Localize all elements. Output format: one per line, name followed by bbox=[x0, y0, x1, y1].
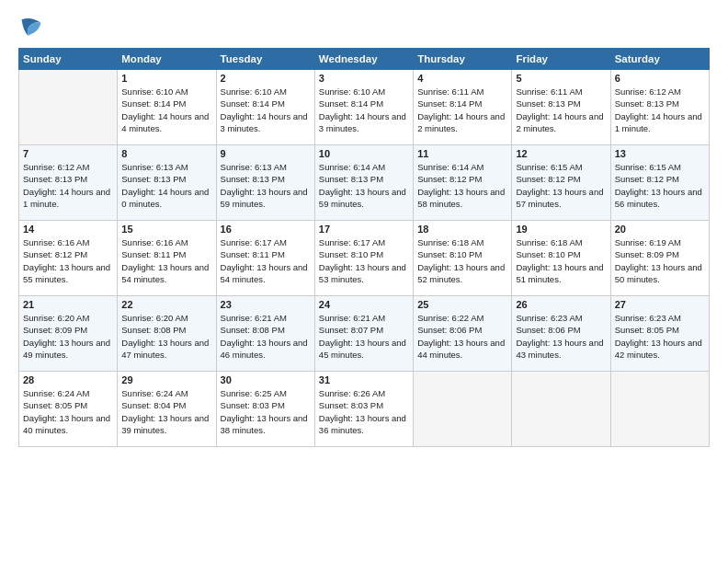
calendar-cell: 6 Sunrise: 6:12 AM Sunset: 8:13 PM Dayli… bbox=[610, 70, 709, 145]
calendar-cell: 2 Sunrise: 6:10 AM Sunset: 8:14 PM Dayli… bbox=[216, 70, 314, 145]
sunset-text: Sunset: 8:13 PM bbox=[23, 173, 113, 185]
sunset-text: Sunset: 8:12 PM bbox=[417, 173, 507, 185]
sunset-text: Sunset: 8:13 PM bbox=[516, 98, 606, 109]
daylight-text: Daylight: 14 hours and 2 minutes. bbox=[417, 110, 507, 135]
calendar-cell: 20 Sunrise: 6:19 AM Sunset: 8:09 PM Dayl… bbox=[610, 221, 709, 296]
sunset-text: Sunset: 8:03 PM bbox=[319, 399, 409, 411]
calendar-week-row: 7 Sunrise: 6:12 AM Sunset: 8:13 PM Dayli… bbox=[19, 145, 710, 221]
day-number: 16 bbox=[221, 224, 311, 235]
daylight-text: Daylight: 13 hours and 54 minutes. bbox=[221, 261, 311, 286]
calendar-cell: 10 Sunrise: 6:14 AM Sunset: 8:13 PM Dayl… bbox=[314, 145, 413, 221]
calendar-cell: 19 Sunrise: 6:18 AM Sunset: 8:10 PM Dayl… bbox=[512, 221, 610, 296]
sunset-text: Sunset: 8:06 PM bbox=[516, 324, 606, 336]
sunset-text: Sunset: 8:11 PM bbox=[121, 248, 211, 260]
calendar-cell: 1 Sunrise: 6:10 AM Sunset: 8:14 PM Dayli… bbox=[118, 70, 216, 145]
daylight-text: Daylight: 13 hours and 38 minutes. bbox=[221, 412, 311, 437]
sunrise-text: Sunrise: 6:16 AM bbox=[23, 236, 113, 248]
sunrise-text: Sunrise: 6:14 AM bbox=[319, 161, 409, 173]
weekday-header: Saturday bbox=[610, 49, 709, 70]
sunrise-text: Sunrise: 6:15 AM bbox=[516, 161, 606, 173]
sunset-text: Sunset: 8:05 PM bbox=[23, 399, 113, 411]
daylight-text: Daylight: 14 hours and 0 minutes. bbox=[121, 186, 211, 211]
day-number: 6 bbox=[615, 73, 705, 84]
sunrise-text: Sunrise: 6:26 AM bbox=[319, 387, 409, 399]
daylight-text: Daylight: 14 hours and 1 minute. bbox=[615, 110, 705, 135]
sunset-text: Sunset: 8:12 PM bbox=[23, 248, 113, 260]
sunset-text: Sunset: 8:12 PM bbox=[615, 173, 705, 185]
day-number: 13 bbox=[615, 148, 705, 159]
sunrise-text: Sunrise: 6:20 AM bbox=[121, 312, 211, 324]
calendar-cell: 13 Sunrise: 6:15 AM Sunset: 8:12 PM Dayl… bbox=[610, 145, 709, 221]
sunrise-text: Sunrise: 6:21 AM bbox=[319, 312, 409, 324]
calendar-cell: 25 Sunrise: 6:22 AM Sunset: 8:06 PM Dayl… bbox=[414, 296, 512, 372]
sunrise-text: Sunrise: 6:11 AM bbox=[417, 86, 507, 98]
sunset-text: Sunset: 8:04 PM bbox=[121, 399, 211, 411]
calendar-cell: 28 Sunrise: 6:24 AM Sunset: 8:05 PM Dayl… bbox=[19, 372, 118, 447]
calendar-table: SundayMondayTuesdayWednesdayThursdayFrid… bbox=[18, 48, 710, 447]
day-number: 22 bbox=[121, 299, 211, 310]
daylight-text: Daylight: 13 hours and 49 minutes. bbox=[23, 337, 113, 362]
calendar-cell: 29 Sunrise: 6:24 AM Sunset: 8:04 PM Dayl… bbox=[118, 372, 216, 447]
sunrise-text: Sunrise: 6:21 AM bbox=[221, 312, 311, 324]
daylight-text: Daylight: 13 hours and 51 minutes. bbox=[516, 261, 606, 286]
sunrise-text: Sunrise: 6:24 AM bbox=[121, 387, 211, 399]
sunset-text: Sunset: 8:05 PM bbox=[615, 324, 705, 336]
calendar-cell: 22 Sunrise: 6:20 AM Sunset: 8:08 PM Dayl… bbox=[118, 296, 216, 372]
weekday-header: Friday bbox=[512, 49, 610, 70]
sunset-text: Sunset: 8:13 PM bbox=[221, 173, 311, 185]
logo-icon bbox=[18, 15, 44, 40]
sunset-text: Sunset: 8:10 PM bbox=[319, 248, 409, 260]
daylight-text: Daylight: 14 hours and 4 minutes. bbox=[121, 110, 211, 135]
day-number: 27 bbox=[615, 299, 705, 310]
sunset-text: Sunset: 8:14 PM bbox=[319, 98, 409, 109]
sunrise-text: Sunrise: 6:13 AM bbox=[221, 161, 311, 173]
calendar-cell bbox=[610, 372, 709, 447]
weekday-header: Wednesday bbox=[314, 49, 413, 70]
day-number: 11 bbox=[417, 148, 507, 159]
day-number: 1 bbox=[121, 73, 211, 84]
sunset-text: Sunset: 8:14 PM bbox=[121, 98, 211, 109]
day-number: 4 bbox=[417, 73, 507, 84]
daylight-text: Daylight: 14 hours and 3 minutes. bbox=[319, 110, 409, 135]
day-number: 23 bbox=[221, 299, 311, 310]
sunrise-text: Sunrise: 6:23 AM bbox=[615, 312, 705, 324]
day-number: 8 bbox=[121, 148, 211, 159]
sunrise-text: Sunrise: 6:10 AM bbox=[121, 86, 211, 98]
daylight-text: Daylight: 13 hours and 57 minutes. bbox=[516, 186, 606, 211]
sunrise-text: Sunrise: 6:17 AM bbox=[319, 236, 409, 248]
day-number: 3 bbox=[319, 73, 409, 84]
day-number: 24 bbox=[319, 299, 409, 310]
calendar-cell: 15 Sunrise: 6:16 AM Sunset: 8:11 PM Dayl… bbox=[118, 221, 216, 296]
page: SundayMondayTuesdayWednesdayThursdayFrid… bbox=[0, 0, 728, 563]
day-number: 17 bbox=[319, 224, 409, 235]
weekday-header: Thursday bbox=[414, 49, 512, 70]
sunrise-text: Sunrise: 6:13 AM bbox=[121, 161, 211, 173]
sunset-text: Sunset: 8:13 PM bbox=[121, 173, 211, 185]
daylight-text: Daylight: 13 hours and 40 minutes. bbox=[23, 412, 113, 437]
daylight-text: Daylight: 13 hours and 45 minutes. bbox=[319, 337, 409, 362]
calendar-cell: 16 Sunrise: 6:17 AM Sunset: 8:11 PM Dayl… bbox=[216, 221, 314, 296]
sunrise-text: Sunrise: 6:11 AM bbox=[516, 86, 606, 98]
logo bbox=[18, 15, 48, 40]
weekday-header: Monday bbox=[118, 49, 216, 70]
calendar-cell: 31 Sunrise: 6:26 AM Sunset: 8:03 PM Dayl… bbox=[314, 372, 413, 447]
calendar-cell: 30 Sunrise: 6:25 AM Sunset: 8:03 PM Dayl… bbox=[216, 372, 314, 447]
day-number: 10 bbox=[319, 148, 409, 159]
sunrise-text: Sunrise: 6:24 AM bbox=[23, 387, 113, 399]
day-number: 7 bbox=[23, 148, 113, 159]
calendar-cell: 3 Sunrise: 6:10 AM Sunset: 8:14 PM Dayli… bbox=[314, 70, 413, 145]
calendar-cell: 11 Sunrise: 6:14 AM Sunset: 8:12 PM Dayl… bbox=[414, 145, 512, 221]
sunset-text: Sunset: 8:12 PM bbox=[516, 173, 606, 185]
calendar-cell: 14 Sunrise: 6:16 AM Sunset: 8:12 PM Dayl… bbox=[19, 221, 118, 296]
calendar-cell: 21 Sunrise: 6:20 AM Sunset: 8:09 PM Dayl… bbox=[19, 296, 118, 372]
sunset-text: Sunset: 8:06 PM bbox=[417, 324, 507, 336]
daylight-text: Daylight: 13 hours and 52 minutes. bbox=[417, 261, 507, 286]
day-number: 12 bbox=[516, 148, 606, 159]
day-number: 5 bbox=[516, 73, 606, 84]
daylight-text: Daylight: 13 hours and 46 minutes. bbox=[221, 337, 311, 362]
daylight-text: Daylight: 13 hours and 36 minutes. bbox=[319, 412, 409, 437]
daylight-text: Daylight: 14 hours and 2 minutes. bbox=[516, 110, 606, 135]
sunset-text: Sunset: 8:11 PM bbox=[221, 248, 311, 260]
header bbox=[18, 15, 710, 40]
calendar-week-row: 21 Sunrise: 6:20 AM Sunset: 8:09 PM Dayl… bbox=[19, 296, 710, 372]
